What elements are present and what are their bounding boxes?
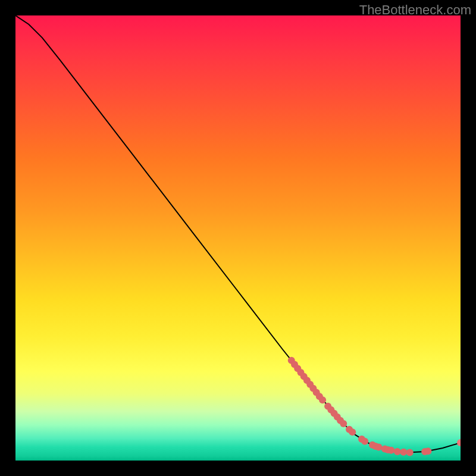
- data-marker: [394, 448, 401, 455]
- data-marker: [424, 447, 431, 455]
- data-marker: [349, 428, 356, 436]
- data-marker: [375, 444, 382, 451]
- data-marker: [400, 449, 407, 456]
- data-marker: [406, 449, 414, 456]
- data-marker: [319, 396, 326, 403]
- data-marker: [361, 438, 368, 445]
- attribution-text: TheBottleneck.com: [359, 2, 471, 18]
- data-marker: [387, 447, 394, 454]
- data-marker-end: [457, 439, 461, 446]
- markers-svg: [15, 15, 461, 461]
- data-marker: [340, 420, 347, 427]
- plot-area: [15, 15, 461, 461]
